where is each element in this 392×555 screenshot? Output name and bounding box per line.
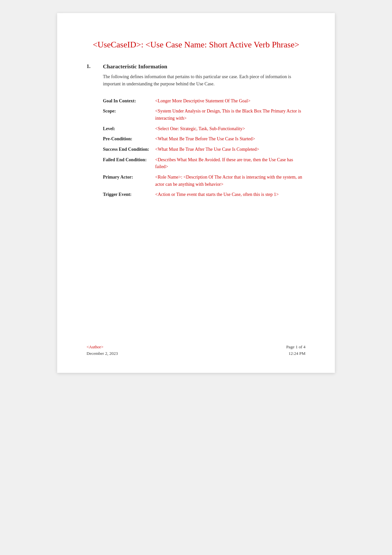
section-description: The following defines information that p… [103, 73, 305, 88]
field-value: <What Must Be True After The Use Case Is… [155, 144, 305, 155]
field-value: <Describes What Must Be Avoided. If thes… [155, 155, 305, 172]
table-row: Success End Condition:<What Must Be True… [103, 144, 305, 155]
footer-page-info: Page 1 of 4 [286, 344, 305, 350]
field-label: Goal In Context: [103, 96, 155, 106]
table-row: Primary Actor:<Role Name>: <Description … [103, 172, 305, 189]
field-label: Success End Condition: [103, 144, 155, 155]
footer-date: December 2, 2023 [87, 350, 118, 357]
field-value: <Longer More Descriptive Statement Of Th… [155, 96, 305, 106]
page-title: <UseCaseID>: <Use Case Name: Short Activ… [87, 39, 305, 50]
table-row: Level:<Select One: Strategic, Task, Sub-… [103, 124, 305, 134]
field-label: Trigger Event: [103, 189, 155, 200]
field-label: Primary Actor: [103, 172, 155, 189]
footer-time: 12:24 PM [286, 350, 305, 357]
footer-right: Page 1 of 4 12:24 PM [286, 344, 305, 356]
section-header: 1. Characteristic Information [87, 63, 305, 70]
table-row: Trigger Event:<Action or Time event that… [103, 189, 305, 200]
table-row: Goal In Context:<Longer More Descriptive… [103, 96, 305, 106]
field-value: <Select One: Strategic, Task, Sub-Functi… [155, 124, 305, 134]
field-value: <Action or Time event that starts the Us… [155, 189, 305, 200]
field-label: Failed End Condition: [103, 155, 155, 172]
table-row: Failed End Condition:<Describes What Mus… [103, 155, 305, 172]
footer-author: <Author> [87, 344, 118, 350]
field-value: <What Must Be True Before The Use Case I… [155, 134, 305, 144]
field-label: Scope: [103, 106, 155, 123]
field-value: <System Under Analysis or Design, This i… [155, 106, 305, 123]
field-value: <Role Name>: <Description Of The Actor t… [155, 172, 305, 189]
field-label: Level: [103, 124, 155, 134]
document-page: <UseCaseID>: <Use Case Name: Short Activ… [57, 13, 335, 373]
section-number: 1. [87, 63, 96, 70]
field-label: Pre-Condition: [103, 134, 155, 144]
info-table: Goal In Context:<Longer More Descriptive… [103, 96, 305, 200]
section-title: Characteristic Information [103, 63, 167, 70]
table-row: Pre-Condition:<What Must Be True Before … [103, 134, 305, 144]
table-row: Scope:<System Under Analysis or Design, … [103, 106, 305, 123]
page-footer: <Author> December 2, 2023 Page 1 of 4 12… [87, 344, 305, 356]
section-1: 1. Characteristic Information The follow… [87, 63, 305, 200]
footer-left: <Author> December 2, 2023 [87, 344, 118, 356]
